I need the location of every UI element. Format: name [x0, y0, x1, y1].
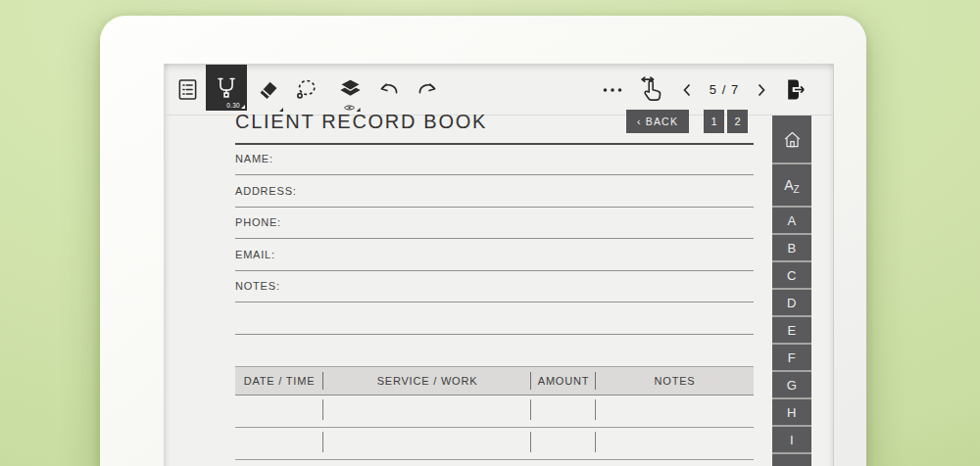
table-cell	[596, 396, 754, 427]
field-label-notes: NOTES:	[235, 280, 280, 292]
exit-icon	[782, 76, 808, 103]
index-tab-bar: AZ A B C D E F G H I	[772, 116, 811, 466]
table-cell	[596, 428, 754, 459]
table-cell	[235, 396, 323, 427]
service-log-table: DATE / TIME SERVICE / WORK AMOUNT NOTES	[235, 366, 754, 460]
tab-letter-g[interactable]: G	[772, 370, 811, 397]
tab-letter-i[interactable]: I	[772, 425, 811, 452]
field-label-name: NAME:	[235, 153, 273, 164]
chevron-right-icon	[756, 82, 767, 98]
column-header-date-time: DATE / TIME	[235, 367, 323, 395]
table-cell	[531, 396, 596, 427]
field-line	[235, 238, 754, 239]
page-1-button[interactable]: 1	[704, 110, 724, 133]
tab-letter-e[interactable]: E	[772, 315, 811, 343]
column-header-amount: AMOUNT	[531, 367, 596, 395]
table-cell	[531, 428, 596, 459]
table-row	[235, 428, 754, 460]
table-row	[235, 396, 754, 428]
notebook-list-icon	[175, 77, 200, 102]
column-header-notes: NOTES	[596, 367, 754, 395]
tab-letter-partial[interactable]	[772, 452, 811, 466]
notebook-page: CLIENT RECORD BOOK ‹ BACK 1 2 NAME: ADDR…	[235, 64, 754, 466]
photo-background: 0.30	[0, 0, 980, 466]
tab-letter-a[interactable]: A	[772, 206, 811, 233]
field-line	[235, 270, 754, 271]
field-line	[235, 207, 754, 208]
tab-letter-f[interactable]: F	[772, 343, 811, 370]
notebook-list-button[interactable]	[172, 64, 202, 116]
home-icon	[782, 129, 803, 150]
table-cell	[323, 396, 531, 427]
tab-home[interactable]	[772, 116, 811, 163]
tab-letter-b[interactable]: B	[772, 233, 811, 260]
title-divider	[235, 143, 754, 145]
page-2-button[interactable]: 2	[727, 110, 748, 133]
exit-button[interactable]	[782, 76, 808, 103]
tab-letter-d[interactable]: D	[772, 288, 811, 315]
field-line	[235, 174, 754, 175]
ereader-screen: 0.30	[164, 64, 834, 466]
table-cell	[235, 428, 323, 459]
page-title: CLIENT RECORD BOOK	[235, 111, 487, 133]
table-header-row: DATE / TIME SERVICE / WORK AMOUNT NOTES	[235, 366, 754, 396]
next-page-button[interactable]	[754, 82, 769, 98]
column-header-service-work: SERVICE / WORK	[323, 367, 531, 395]
field-label-email: EMAIL:	[235, 249, 275, 260]
table-cell	[323, 428, 531, 459]
field-line	[235, 302, 754, 303]
tab-letter-h[interactable]: H	[772, 397, 811, 425]
tab-letter-c[interactable]: C	[772, 260, 811, 288]
ereader-device: 0.30	[100, 16, 866, 466]
field-label-address: ADDRESS:	[235, 185, 297, 197]
tab-az-index[interactable]: AZ	[772, 163, 811, 206]
back-button[interactable]: ‹ BACK	[626, 110, 689, 133]
az-sort-icon: A	[784, 177, 793, 193]
blank-line	[235, 334, 754, 335]
field-label-phone: PHONE:	[235, 216, 281, 228]
